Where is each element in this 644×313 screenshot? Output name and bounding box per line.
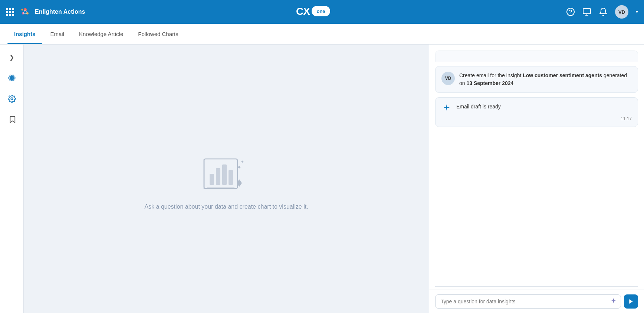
svg-rect-22	[210, 174, 214, 185]
user-message-avatar: VD	[441, 72, 455, 85]
ai-text-content: Email draft is ready	[456, 104, 501, 110]
tab-knowledge-article[interactable]: Knowledge Article	[72, 24, 130, 44]
svg-point-18	[11, 77, 13, 79]
svg-marker-30	[629, 299, 632, 304]
main-layout: ❯	[0, 45, 644, 313]
ai-message-text: Email draft is ready	[456, 103, 632, 111]
chat-messages-list: VD Create email for the insight Low cust…	[429, 45, 644, 283]
settings-gear-icon[interactable]	[5, 92, 19, 105]
svg-rect-23	[216, 168, 220, 185]
tab-insights[interactable]: Insights	[7, 24, 42, 44]
user-message-text: Create email for the insight Low custome…	[459, 72, 632, 87]
tab-email[interactable]: Email	[44, 24, 71, 44]
message-card-0	[435, 50, 638, 62]
msg-bold1: Low customer sentiment agents	[523, 72, 602, 78]
empty-state-text: Ask a question about your data and creat…	[144, 203, 308, 210]
chat-divider	[435, 286, 638, 287]
brand-name: Enlighten Actions	[35, 9, 85, 15]
tab-bar: Insights Email Knowledge Article Followe…	[0, 24, 644, 45]
ai-message-row: Email draft is ready	[441, 103, 632, 113]
message-timestamp: 11:17	[441, 116, 632, 121]
notification-bell-icon[interactable]	[599, 7, 608, 16]
svg-text:✦: ✦	[237, 164, 242, 170]
grid-menu-icon[interactable]	[6, 8, 14, 16]
svg-rect-24	[222, 164, 227, 185]
sidebar-expand-chevron[interactable]: ❯	[5, 50, 19, 64]
cxone-logo-svg: CX one	[292, 3, 352, 19]
ai-sparkle-icon	[441, 103, 452, 113]
message-card-1: VD Create email for the insight Low cust…	[435, 66, 638, 93]
msg-prefix: Create email for the insight	[459, 72, 523, 78]
chat-input[interactable]	[435, 294, 621, 309]
chat-input-sparkle-icon	[611, 298, 617, 305]
svg-rect-25	[229, 170, 233, 185]
chart-illustration-icon: ✦ ✦	[197, 148, 256, 196]
help-icon[interactable]	[566, 7, 575, 16]
top-navbar: Enlighten Actions CX one	[0, 0, 644, 24]
chat-input-wrapper	[435, 294, 621, 309]
svg-text:CX: CX	[296, 6, 310, 17]
chat-input-row	[429, 290, 644, 313]
message-card-2: Email draft is ready 11:17	[435, 97, 638, 127]
tab-followed-charts[interactable]: Followed Charts	[131, 24, 185, 44]
bookmark-icon[interactable]	[5, 113, 19, 126]
main-content-area: ✦ ✦ Ask a question about your data and c…	[24, 45, 429, 313]
send-button[interactable]	[624, 294, 638, 309]
nav-actions: VD ▾	[566, 5, 638, 19]
empty-state: ✦ ✦ Ask a question about your data and c…	[144, 148, 308, 210]
svg-point-19	[11, 98, 13, 100]
user-message-row: VD Create email for the insight Low cust…	[441, 72, 632, 87]
svg-text:✦: ✦	[240, 159, 244, 164]
svg-rect-12	[583, 9, 591, 14]
atom-icon[interactable]	[5, 71, 19, 85]
svg-text:one: one	[316, 9, 325, 14]
avatar-dropdown-chevron[interactable]: ▾	[636, 9, 638, 14]
brand-logo-icon	[19, 5, 32, 19]
brand: Enlighten Actions	[19, 5, 85, 19]
svg-point-3	[22, 9, 23, 11]
monitor-icon[interactable]	[582, 7, 591, 16]
cxone-logo: CX one	[292, 3, 352, 21]
user-avatar[interactable]: VD	[615, 5, 628, 19]
msg-bold2: 13 September 2024	[466, 80, 513, 86]
right-chat-panel: VD Create email for the insight Low cust…	[429, 45, 644, 313]
left-sidebar: ❯	[0, 45, 24, 313]
